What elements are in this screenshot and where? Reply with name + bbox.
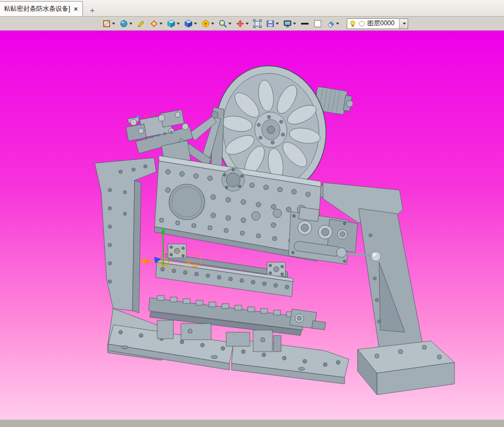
target-icon (236, 19, 244, 28)
dropdown-arrow-icon[interactable] (228, 23, 232, 25)
eraser-tool[interactable] (324, 18, 341, 30)
dropdown-arrow-icon[interactable] (293, 23, 296, 25)
sketch-sheet-tool[interactable] (100, 18, 117, 30)
cube-blue-tool[interactable] (182, 18, 199, 30)
dropdown-arrow-icon[interactable] (211, 23, 214, 25)
cube-cyan-tool[interactable] (165, 18, 182, 30)
knife-icon (137, 19, 145, 28)
color-swatch-tool[interactable] (311, 18, 324, 30)
tab-bar: 粘贴密封条防水条设备] × + (0, 0, 504, 17)
cad-model-machine (0, 31, 504, 419)
dropdown-arrow-icon[interactable] (276, 23, 279, 25)
status-bar (0, 419, 504, 427)
layer-combo[interactable]: 图层0000 (347, 18, 408, 29)
display-style-tool[interactable] (281, 18, 298, 30)
conveyor-rail-part (149, 296, 326, 335)
disk-icon (266, 19, 275, 28)
layer-combo-dropdown[interactable] (399, 19, 408, 29)
new-tab-button[interactable]: + (85, 3, 99, 16)
paint-icon (150, 19, 158, 28)
display-icon (283, 19, 292, 28)
dropdown-arrow-icon[interactable] (112, 23, 115, 25)
color-swatch-icon (313, 19, 322, 28)
knife-tool[interactable] (135, 18, 148, 30)
dropdown-arrow-icon (403, 23, 406, 25)
material-sphere-tool[interactable] (117, 18, 135, 30)
layer-color-icon (358, 20, 366, 27)
bulb-icon (349, 20, 356, 27)
gear-icon (201, 19, 210, 28)
paint-tool[interactable] (148, 18, 165, 30)
dropdown-arrow-icon[interactable] (246, 23, 249, 25)
document-tab-title: 粘贴密封条防水条设备] (4, 4, 70, 13)
tab-close-icon[interactable]: × (74, 6, 78, 12)
disk-tool[interactable] (264, 18, 281, 30)
fit-view-tool[interactable] (251, 18, 264, 30)
dropdown-arrow-icon[interactable] (336, 23, 339, 25)
zoom-tool[interactable] (216, 18, 234, 30)
layer-combo-value: 图层0000 (367, 19, 397, 28)
dropdown-arrow-icon[interactable] (177, 23, 180, 25)
dropdown-arrow-icon[interactable] (159, 23, 163, 25)
sketch-sheet-icon (102, 19, 111, 28)
document-tab[interactable]: 粘贴密封条防水条设备] × (0, 1, 83, 16)
snap-target-tool[interactable] (234, 18, 251, 30)
line-width-icon (300, 19, 309, 28)
cube-blue-icon (184, 19, 193, 28)
dropdown-arrow-icon[interactable] (129, 23, 132, 25)
dropdown-arrow-icon[interactable] (194, 23, 197, 25)
material-sphere-icon (120, 19, 128, 28)
fit-view-icon (253, 19, 262, 28)
eraser-icon (326, 19, 335, 28)
cube-cyan-icon (167, 19, 176, 28)
gear-tool[interactable] (199, 18, 216, 30)
main-toolbar: 图层0000 (0, 17, 504, 31)
line-width-tool[interactable] (298, 18, 311, 30)
magnifier-icon (219, 19, 227, 28)
3d-viewport[interactable] (0, 31, 504, 419)
